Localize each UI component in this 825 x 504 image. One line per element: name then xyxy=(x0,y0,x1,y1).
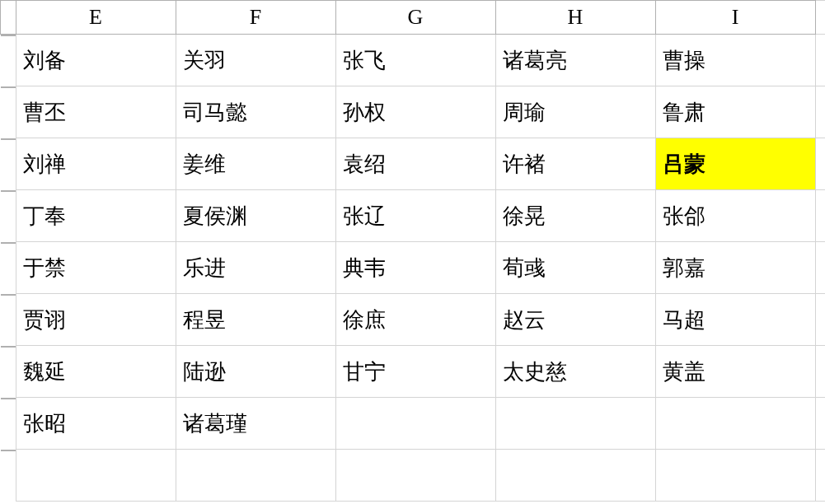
table-row: 刘备 关羽 张飞 诸葛亮 曹操 xyxy=(1,35,826,86)
cell[interactable]: 郭嘉 xyxy=(655,242,815,294)
cell[interactable]: 曹丕 xyxy=(16,86,176,138)
row-header[interactable] xyxy=(1,242,16,244)
row-header[interactable] xyxy=(1,450,16,451)
column-header-G[interactable]: G xyxy=(335,1,495,35)
row-header[interactable] xyxy=(1,35,16,36)
row-header[interactable] xyxy=(1,294,16,296)
cell[interactable] xyxy=(176,450,335,502)
cell[interactable]: 刘禅 xyxy=(16,138,176,190)
table-row: 刘禅 姜维 袁绍 许褚 吕蒙 xyxy=(1,138,826,190)
cell[interactable]: 张郃 xyxy=(655,190,815,242)
cell[interactable] xyxy=(495,398,655,450)
cell[interactable] xyxy=(815,450,825,502)
cell[interactable] xyxy=(815,294,825,346)
cell[interactable]: 张飞 xyxy=(335,35,495,86)
column-header-H[interactable]: H xyxy=(495,1,655,35)
cell[interactable]: 赵云 xyxy=(495,294,655,346)
cell[interactable] xyxy=(16,450,176,502)
cell[interactable]: 马超 xyxy=(655,294,815,346)
table-row: 曹丕 司马懿 孙权 周瑜 鲁肃 xyxy=(1,86,826,138)
row-header[interactable] xyxy=(1,190,16,192)
column-header-I[interactable]: I xyxy=(655,1,815,35)
cell[interactable]: 陆逊 xyxy=(176,346,335,398)
cell[interactable]: 关羽 xyxy=(176,35,335,86)
cell[interactable]: 太史慈 xyxy=(495,346,655,398)
cell[interactable]: 甘宁 xyxy=(335,346,495,398)
cell[interactable]: 夏侯渊 xyxy=(176,190,335,242)
table-row: 丁奉 夏侯渊 张辽 徐晃 张郃 xyxy=(1,190,826,242)
cell[interactable]: 乐进 xyxy=(176,242,335,294)
cell[interactable]: 黄盖 xyxy=(655,346,815,398)
corner-cell[interactable] xyxy=(1,1,16,35)
column-header-row: E F G H I xyxy=(1,1,826,35)
cell[interactable]: 司马懿 xyxy=(176,86,335,138)
column-header-E[interactable]: E xyxy=(16,1,176,35)
table-row: 于禁 乐进 典韦 荀彧 郭嘉 xyxy=(1,242,826,294)
cell[interactable] xyxy=(655,398,815,450)
cell[interactable] xyxy=(335,450,495,502)
row-header[interactable] xyxy=(1,86,16,88)
column-header-F[interactable]: F xyxy=(176,1,335,35)
cell[interactable] xyxy=(815,190,825,242)
cell[interactable] xyxy=(815,398,825,450)
cell[interactable]: 荀彧 xyxy=(495,242,655,294)
cell[interactable] xyxy=(815,35,825,86)
cell[interactable] xyxy=(655,450,815,502)
cell[interactable]: 于禁 xyxy=(16,242,176,294)
cell[interactable]: 程昱 xyxy=(176,294,335,346)
cell[interactable] xyxy=(815,242,825,294)
cell[interactable]: 曹操 xyxy=(655,35,815,86)
cell[interactable]: 诸葛亮 xyxy=(495,35,655,86)
table-row: 贾诩 程昱 徐庶 赵云 马超 xyxy=(1,294,826,346)
cell[interactable]: 丁奉 xyxy=(16,190,176,242)
cell[interactable]: 诸葛瑾 xyxy=(176,398,335,450)
column-header-next[interactable] xyxy=(815,1,825,35)
cell[interactable]: 姜维 xyxy=(176,138,335,190)
cell[interactable]: 贾诩 xyxy=(16,294,176,346)
cell[interactable]: 徐庶 xyxy=(335,294,495,346)
cell[interactable]: 张辽 xyxy=(335,190,495,242)
cell[interactable]: 魏延 xyxy=(16,346,176,398)
cell[interactable]: 许褚 xyxy=(495,138,655,190)
cell[interactable]: 周瑜 xyxy=(495,86,655,138)
cell-highlighted[interactable]: 吕蒙 xyxy=(655,138,815,190)
cell[interactable] xyxy=(815,138,825,190)
cell[interactable]: 鲁肃 xyxy=(655,86,815,138)
cell[interactable] xyxy=(815,346,825,398)
cell[interactable] xyxy=(495,450,655,502)
spreadsheet-grid[interactable]: E F G H I 刘备 关羽 张飞 诸葛亮 曹操 曹丕 司马懿 孙权 周瑜 鲁… xyxy=(0,0,825,502)
cell[interactable]: 典韦 xyxy=(335,242,495,294)
cell[interactable]: 孙权 xyxy=(335,86,495,138)
row-header[interactable] xyxy=(1,138,16,140)
cell[interactable] xyxy=(815,86,825,138)
cell[interactable]: 徐晃 xyxy=(495,190,655,242)
cell[interactable]: 刘备 xyxy=(16,35,176,86)
table-row: 魏延 陆逊 甘宁 太史慈 黄盖 xyxy=(1,346,826,398)
table-row xyxy=(1,450,826,502)
row-header[interactable] xyxy=(1,398,16,399)
cell[interactable]: 张昭 xyxy=(16,398,176,450)
table-row: 张昭 诸葛瑾 xyxy=(1,398,826,450)
cell[interactable] xyxy=(335,398,495,450)
cell[interactable]: 袁绍 xyxy=(335,138,495,190)
[interactable] xyxy=(1,346,16,348)
